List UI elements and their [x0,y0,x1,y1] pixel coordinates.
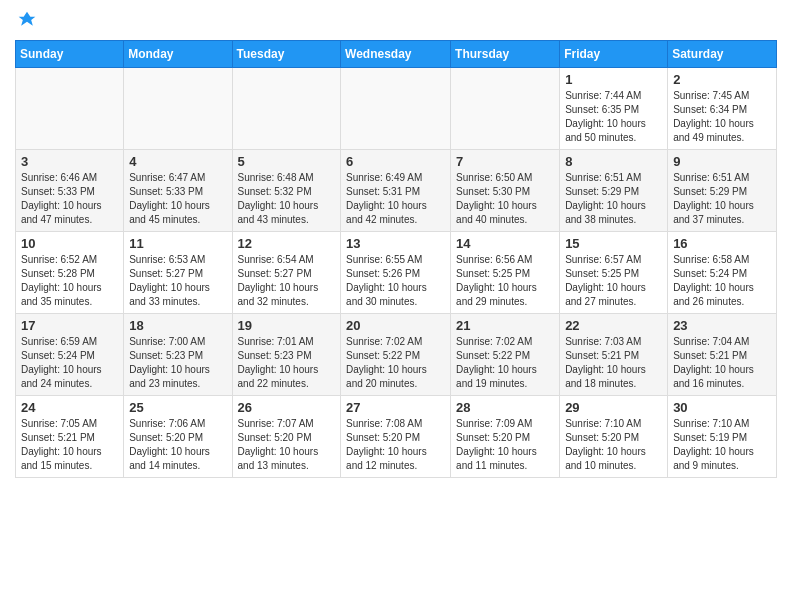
day-of-week-header: Wednesday [341,41,451,68]
day-number: 7 [456,154,554,169]
calendar-cell: 24Sunrise: 7:05 AM Sunset: 5:21 PM Dayli… [16,396,124,478]
calendar-header: SundayMondayTuesdayWednesdayThursdayFrid… [16,41,777,68]
calendar-cell [451,68,560,150]
day-number: 9 [673,154,771,169]
calendar-cell: 2Sunrise: 7:45 AM Sunset: 6:34 PM Daylig… [668,68,777,150]
day-info: Sunrise: 7:05 AM Sunset: 5:21 PM Dayligh… [21,417,118,473]
day-number: 10 [21,236,118,251]
day-number: 14 [456,236,554,251]
calendar-cell: 6Sunrise: 6:49 AM Sunset: 5:31 PM Daylig… [341,150,451,232]
day-number: 20 [346,318,445,333]
day-number: 27 [346,400,445,415]
calendar-week-row: 17Sunrise: 6:59 AM Sunset: 5:24 PM Dayli… [16,314,777,396]
day-info: Sunrise: 6:47 AM Sunset: 5:33 PM Dayligh… [129,171,226,227]
day-info: Sunrise: 7:08 AM Sunset: 5:20 PM Dayligh… [346,417,445,473]
day-info: Sunrise: 7:44 AM Sunset: 6:35 PM Dayligh… [565,89,662,145]
day-number: 13 [346,236,445,251]
day-of-week-header: Sunday [16,41,124,68]
calendar-cell: 17Sunrise: 6:59 AM Sunset: 5:24 PM Dayli… [16,314,124,396]
day-info: Sunrise: 6:46 AM Sunset: 5:33 PM Dayligh… [21,171,118,227]
calendar-cell: 5Sunrise: 6:48 AM Sunset: 5:32 PM Daylig… [232,150,341,232]
day-info: Sunrise: 6:49 AM Sunset: 5:31 PM Dayligh… [346,171,445,227]
day-number: 11 [129,236,226,251]
day-number: 28 [456,400,554,415]
day-info: Sunrise: 6:52 AM Sunset: 5:28 PM Dayligh… [21,253,118,309]
calendar-cell: 10Sunrise: 6:52 AM Sunset: 5:28 PM Dayli… [16,232,124,314]
day-info: Sunrise: 7:09 AM Sunset: 5:20 PM Dayligh… [456,417,554,473]
calendar-cell: 15Sunrise: 6:57 AM Sunset: 5:25 PM Dayli… [560,232,668,314]
day-info: Sunrise: 7:06 AM Sunset: 5:20 PM Dayligh… [129,417,226,473]
day-number: 5 [238,154,336,169]
day-number: 29 [565,400,662,415]
day-number: 25 [129,400,226,415]
day-info: Sunrise: 7:02 AM Sunset: 5:22 PM Dayligh… [346,335,445,391]
calendar-cell: 14Sunrise: 6:56 AM Sunset: 5:25 PM Dayli… [451,232,560,314]
calendar-cell [341,68,451,150]
logo [15,10,37,30]
day-info: Sunrise: 6:56 AM Sunset: 5:25 PM Dayligh… [456,253,554,309]
day-number: 6 [346,154,445,169]
day-info: Sunrise: 7:10 AM Sunset: 5:20 PM Dayligh… [565,417,662,473]
calendar-cell: 28Sunrise: 7:09 AM Sunset: 5:20 PM Dayli… [451,396,560,478]
calendar-cell: 21Sunrise: 7:02 AM Sunset: 5:22 PM Dayli… [451,314,560,396]
day-info: Sunrise: 6:58 AM Sunset: 5:24 PM Dayligh… [673,253,771,309]
day-info: Sunrise: 7:10 AM Sunset: 5:19 PM Dayligh… [673,417,771,473]
day-number: 2 [673,72,771,87]
day-info: Sunrise: 6:50 AM Sunset: 5:30 PM Dayligh… [456,171,554,227]
day-of-week-header: Saturday [668,41,777,68]
calendar-cell: 9Sunrise: 6:51 AM Sunset: 5:29 PM Daylig… [668,150,777,232]
day-number: 1 [565,72,662,87]
calendar-cell: 26Sunrise: 7:07 AM Sunset: 5:20 PM Dayli… [232,396,341,478]
calendar-cell: 8Sunrise: 6:51 AM Sunset: 5:29 PM Daylig… [560,150,668,232]
calendar-cell: 16Sunrise: 6:58 AM Sunset: 5:24 PM Dayli… [668,232,777,314]
day-number: 21 [456,318,554,333]
calendar-cell: 19Sunrise: 7:01 AM Sunset: 5:23 PM Dayli… [232,314,341,396]
calendar-body: 1Sunrise: 7:44 AM Sunset: 6:35 PM Daylig… [16,68,777,478]
calendar-cell: 23Sunrise: 7:04 AM Sunset: 5:21 PM Dayli… [668,314,777,396]
day-info: Sunrise: 7:03 AM Sunset: 5:21 PM Dayligh… [565,335,662,391]
calendar-cell: 18Sunrise: 7:00 AM Sunset: 5:23 PM Dayli… [124,314,232,396]
calendar-cell [232,68,341,150]
calendar-cell: 4Sunrise: 6:47 AM Sunset: 5:33 PM Daylig… [124,150,232,232]
day-info: Sunrise: 6:59 AM Sunset: 5:24 PM Dayligh… [21,335,118,391]
calendar-week-row: 10Sunrise: 6:52 AM Sunset: 5:28 PM Dayli… [16,232,777,314]
calendar-cell [124,68,232,150]
logo-text [15,10,37,30]
day-info: Sunrise: 6:54 AM Sunset: 5:27 PM Dayligh… [238,253,336,309]
calendar-cell: 20Sunrise: 7:02 AM Sunset: 5:22 PM Dayli… [341,314,451,396]
calendar-cell: 1Sunrise: 7:44 AM Sunset: 6:35 PM Daylig… [560,68,668,150]
day-info: Sunrise: 6:57 AM Sunset: 5:25 PM Dayligh… [565,253,662,309]
days-of-week-row: SundayMondayTuesdayWednesdayThursdayFrid… [16,41,777,68]
day-info: Sunrise: 6:53 AM Sunset: 5:27 PM Dayligh… [129,253,226,309]
day-of-week-header: Thursday [451,41,560,68]
calendar-cell: 25Sunrise: 7:06 AM Sunset: 5:20 PM Dayli… [124,396,232,478]
day-info: Sunrise: 7:07 AM Sunset: 5:20 PM Dayligh… [238,417,336,473]
calendar-cell: 30Sunrise: 7:10 AM Sunset: 5:19 PM Dayli… [668,396,777,478]
calendar-cell: 3Sunrise: 6:46 AM Sunset: 5:33 PM Daylig… [16,150,124,232]
day-info: Sunrise: 7:01 AM Sunset: 5:23 PM Dayligh… [238,335,336,391]
calendar-week-row: 24Sunrise: 7:05 AM Sunset: 5:21 PM Dayli… [16,396,777,478]
day-number: 8 [565,154,662,169]
day-info: Sunrise: 7:02 AM Sunset: 5:22 PM Dayligh… [456,335,554,391]
day-number: 15 [565,236,662,251]
header [15,10,777,30]
day-number: 4 [129,154,226,169]
day-info: Sunrise: 6:48 AM Sunset: 5:32 PM Dayligh… [238,171,336,227]
calendar-cell: 22Sunrise: 7:03 AM Sunset: 5:21 PM Dayli… [560,314,668,396]
calendar-cell: 11Sunrise: 6:53 AM Sunset: 5:27 PM Dayli… [124,232,232,314]
day-number: 30 [673,400,771,415]
day-number: 17 [21,318,118,333]
calendar-week-row: 1Sunrise: 7:44 AM Sunset: 6:35 PM Daylig… [16,68,777,150]
day-number: 19 [238,318,336,333]
day-of-week-header: Friday [560,41,668,68]
calendar-cell: 13Sunrise: 6:55 AM Sunset: 5:26 PM Dayli… [341,232,451,314]
day-number: 24 [21,400,118,415]
calendar-cell: 7Sunrise: 6:50 AM Sunset: 5:30 PM Daylig… [451,150,560,232]
day-info: Sunrise: 6:55 AM Sunset: 5:26 PM Dayligh… [346,253,445,309]
page: SundayMondayTuesdayWednesdayThursdayFrid… [0,0,792,488]
calendar-week-row: 3Sunrise: 6:46 AM Sunset: 5:33 PM Daylig… [16,150,777,232]
day-number: 26 [238,400,336,415]
day-info: Sunrise: 7:00 AM Sunset: 5:23 PM Dayligh… [129,335,226,391]
day-number: 12 [238,236,336,251]
day-of-week-header: Monday [124,41,232,68]
